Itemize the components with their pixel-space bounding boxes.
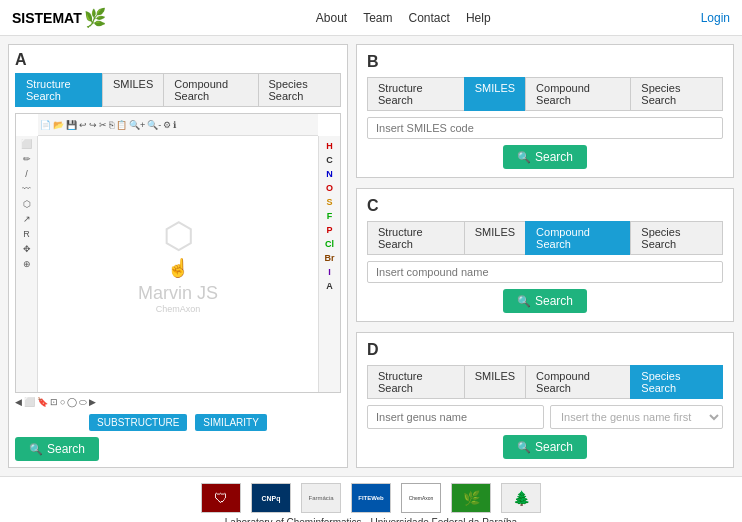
marvin-bottom-nav: ◀ ⬜ 🔖 ⊡ ○ ◯ ⬭ ▶ [15,397,96,408]
element-f[interactable]: F [326,210,334,222]
navbar: SISTEMAT🌿 About Team Contact Help Login [0,0,742,36]
chemaxon-label: ChemAxon [409,495,434,501]
tool-bottom-6[interactable]: ⬭ [79,397,87,408]
section-c-search-button[interactable]: 🔍 Search [503,289,587,313]
tool-new[interactable]: 📄 [40,120,51,130]
tool-eraser[interactable]: / [24,168,29,180]
genus-select[interactable]: Insert the genus name first [550,405,723,429]
tool-settings[interactable]: ⚙ [163,120,171,130]
marvin-cursor-icon: ☝ [167,257,189,279]
tool-bottom-1[interactable]: ⬜ [24,397,35,408]
footer-logos: 🛡 CNPq Farmácia FITEWeb ChemAxon 🌿 🌲 [201,483,541,513]
tool-info[interactable]: ℹ [173,120,176,130]
similarity-button[interactable]: SIMILARITY [195,414,267,431]
tool-zoom-out[interactable]: 🔍- [147,120,161,130]
section-c: C Structure Search SMILES Compound Searc… [356,188,734,322]
tool-zoom-in[interactable]: 🔍+ [129,120,145,130]
tool-open[interactable]: 📂 [53,120,64,130]
tool-move[interactable]: ✥ [22,243,32,255]
tab-c-species[interactable]: Species Search [630,221,723,255]
section-b-search-button[interactable]: 🔍 Search [503,145,587,169]
tool-undo[interactable]: ↩ [79,120,87,130]
section-b-tabs: Structure Search SMILES Compound Search … [367,77,723,111]
footer: 🛡 CNPq Farmácia FITEWeb ChemAxon 🌿 🌲 Lab… [0,476,742,522]
section-d-label: D [367,341,723,359]
footer-logo-farmacia: Farmácia [301,483,341,513]
footer-logo-assistbiochem: 🌿 [451,483,491,513]
tab-c-structure[interactable]: Structure Search [367,221,464,255]
tool-text[interactable]: R [22,228,31,240]
substructure-button[interactable]: SUBSTRUCTURE [89,414,187,431]
tab-c-smiles[interactable]: SMILES [464,221,525,255]
footer-logo-chemaxon: ChemAxon [401,483,441,513]
element-o[interactable]: O [325,182,334,194]
tab-a-smiles[interactable]: SMILES [102,73,163,107]
nav-team[interactable]: Team [363,11,392,25]
tab-a-compound[interactable]: Compound Search [163,73,257,107]
section-a-search-button[interactable]: 🔍 Search [15,437,99,461]
tool-pencil[interactable]: ✏ [22,153,32,165]
nav-help[interactable]: Help [466,11,491,25]
genus-input[interactable] [367,405,544,429]
assistbiochem-label: 🌿 [463,490,480,506]
nav-prev-icon[interactable]: ◀ [15,397,22,408]
nav-login[interactable]: Login [701,11,730,25]
tab-b-compound[interactable]: Compound Search [525,77,630,111]
element-s[interactable]: S [325,196,333,208]
tab-d-smiles[interactable]: SMILES [464,365,525,399]
tab-d-structure[interactable]: Structure Search [367,365,464,399]
marvin-container: 📄 📂 💾 ↩ ↪ ✂ ⎘ 📋 🔍+ 🔍- ⚙ ℹ ⬜ ✏ / 〰 ⬡ [15,113,341,393]
element-cl[interactable]: Cl [324,238,335,250]
tool-bottom-4[interactable]: ○ [60,397,65,408]
tab-c-compound[interactable]: Compound Search [525,221,630,255]
section-a-label: A [15,51,341,69]
nav-links: About Team Contact Help [316,11,491,25]
tab-b-species[interactable]: Species Search [630,77,723,111]
element-br[interactable]: Br [323,252,335,264]
element-p[interactable]: P [325,224,333,236]
tool-select[interactable]: ⬜ [20,138,33,150]
section-a-tabs: Structure Search SMILES Compound Search … [15,73,341,107]
tab-b-structure[interactable]: Structure Search [367,77,464,111]
tab-d-compound[interactable]: Compound Search [525,365,630,399]
tab-d-species[interactable]: Species Search [630,365,723,399]
tool-redo[interactable]: ↪ [89,120,97,130]
section-d-search-button[interactable]: 🔍 Search [503,435,587,459]
tool-bottom-5[interactable]: ◯ [67,397,77,408]
section-a: A Structure Search SMILES Compound Searc… [8,44,348,468]
nav-about[interactable]: About [316,11,347,25]
tool-bottom-3[interactable]: ⊡ [50,397,58,408]
tool-paste[interactable]: 📋 [116,120,127,130]
tool-save[interactable]: 💾 [66,120,77,130]
section-d-search-label: Search [535,440,573,454]
section-c-search-label: Search [535,294,573,308]
smiles-input[interactable] [367,117,723,139]
tool-bottom-2[interactable]: 🔖 [37,397,48,408]
element-n[interactable]: N [325,168,334,180]
element-c[interactable]: C [325,154,334,166]
nav-contact[interactable]: Contact [409,11,450,25]
marvin-canvas[interactable]: ⬡ ☝ Marvin JS ChemAxon [38,136,318,392]
search-icon-b: 🔍 [517,151,531,164]
farmacia-label: Farmácia [308,495,333,501]
cnpq-label: CNPq [261,495,280,502]
tool-arrow[interactable]: ↗ [22,213,32,225]
section-d-inputs: Insert the genus name first [367,405,723,429]
element-i[interactable]: I [327,266,332,278]
nav-next-icon[interactable]: ▶ [89,397,96,408]
tool-cut[interactable]: ✂ [99,120,107,130]
tab-b-smiles[interactable]: SMILES [464,77,525,111]
section-b-search-label: Search [535,150,573,164]
tool-chain[interactable]: 〰 [21,183,32,195]
section-a-bottom: ◀ ⬜ 🔖 ⊡ ○ ◯ ⬭ ▶ [15,397,341,408]
compound-input[interactable] [367,261,723,283]
tab-a-structure[interactable]: Structure Search [15,73,102,107]
tool-ring[interactable]: ⬡ [22,198,32,210]
element-a[interactable]: A [325,280,334,292]
tool-copy[interactable]: ⎘ [109,120,114,130]
marvin-right-tools: H C N O S F P Cl Br I A [318,136,340,392]
element-h[interactable]: H [325,140,334,152]
tab-a-species[interactable]: Species Search [258,73,342,107]
section-right: B Structure Search SMILES Compound Searc… [356,44,734,468]
tool-zoom[interactable]: ⊕ [22,258,32,270]
